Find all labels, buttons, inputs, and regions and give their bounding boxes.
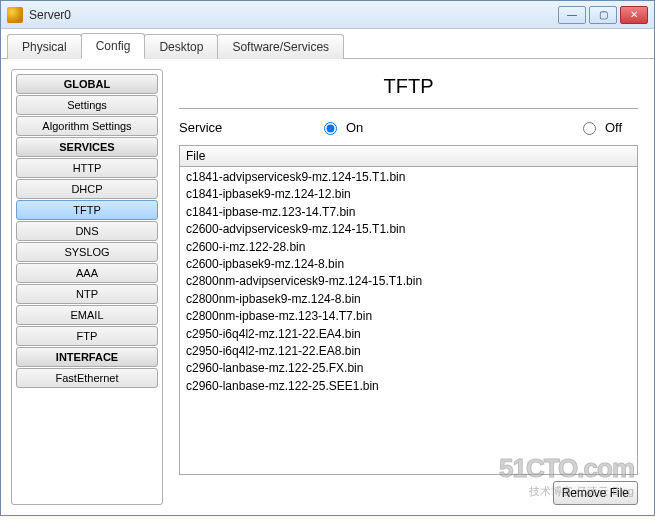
file-row[interactable]: c2600-advipservicesk9-mz.124-15.T1.bin bbox=[186, 221, 631, 238]
main-panel: TFTP Service On Off File c1841-advipserv… bbox=[173, 69, 644, 505]
tab-software-services[interactable]: Software/Services bbox=[217, 34, 344, 59]
sidebar-item-fastethernet[interactable]: FastEthernet bbox=[16, 368, 158, 388]
file-row[interactable]: c2960-lanbase-mz.122-25.SEE1.bin bbox=[186, 378, 631, 395]
file-row[interactable]: c2600-i-mz.122-28.bin bbox=[186, 239, 631, 256]
content-area: GLOBAL Settings Algorithm Settings SERVI… bbox=[1, 59, 654, 515]
sidebar-item-tftp[interactable]: TFTP bbox=[16, 200, 158, 220]
remove-file-button[interactable]: Remove File bbox=[553, 481, 638, 505]
service-label: Service bbox=[179, 120, 319, 135]
sidebar-item-aaa[interactable]: AAA bbox=[16, 263, 158, 283]
file-row[interactable]: c2950-i6q4l2-mz.121-22.EA4.bin bbox=[186, 326, 631, 343]
file-row[interactable]: c2960-lanbase-mz.122-25.FX.bin bbox=[186, 360, 631, 377]
file-row[interactable]: c2800nm-ipbase-mz.123-14.T7.bin bbox=[186, 308, 631, 325]
file-row[interactable]: c2800nm-ipbasek9-mz.124-8.bin bbox=[186, 291, 631, 308]
sidebar-item-settings[interactable]: Settings bbox=[16, 95, 158, 115]
sidebar-item-dhcp[interactable]: DHCP bbox=[16, 179, 158, 199]
file-row[interactable]: c1841-advipservicesk9-mz.124-15.T1.bin bbox=[186, 169, 631, 186]
file-list[interactable]: c1841-advipservicesk9-mz.124-15.T1.binc1… bbox=[180, 167, 637, 474]
minimize-button[interactable]: — bbox=[558, 6, 586, 24]
title-bar[interactable]: Server0 — ▢ ✕ bbox=[1, 1, 654, 29]
file-row[interactable]: c2600-ipbasek9-mz.124-8.bin bbox=[186, 256, 631, 273]
window-buttons: — ▢ ✕ bbox=[558, 6, 648, 24]
tab-physical[interactable]: Physical bbox=[7, 34, 82, 59]
file-row[interactable]: c1841-ipbasek9-mz.124-12.bin bbox=[186, 186, 631, 203]
sidebar-item-algorithm-settings[interactable]: Algorithm Settings bbox=[16, 116, 158, 136]
app-icon bbox=[7, 7, 23, 23]
service-on-option[interactable]: On bbox=[319, 119, 459, 135]
tab-desktop[interactable]: Desktop bbox=[144, 34, 218, 59]
sidebar-header-global: GLOBAL bbox=[16, 74, 158, 94]
service-title: TFTP bbox=[179, 69, 638, 109]
file-row[interactable]: c2800nm-advipservicesk9-mz.124-15.T1.bin bbox=[186, 273, 631, 290]
sidebar-item-http[interactable]: HTTP bbox=[16, 158, 158, 178]
service-off-option[interactable]: Off bbox=[578, 119, 638, 135]
sidebar-item-ftp[interactable]: FTP bbox=[16, 326, 158, 346]
sidebar-header-interface: INTERFACE bbox=[16, 347, 158, 367]
file-row[interactable]: c1841-ipbase-mz.123-14.T7.bin bbox=[186, 204, 631, 221]
app-window: Server0 — ▢ ✕ Physical Config Desktop So… bbox=[0, 0, 655, 516]
service-on-label: On bbox=[346, 120, 363, 135]
sidebar: GLOBAL Settings Algorithm Settings SERVI… bbox=[11, 69, 163, 505]
sidebar-item-dns[interactable]: DNS bbox=[16, 221, 158, 241]
file-box: File c1841-advipservicesk9-mz.124-15.T1.… bbox=[179, 145, 638, 475]
window-title: Server0 bbox=[29, 8, 558, 22]
sidebar-item-email[interactable]: EMAIL bbox=[16, 305, 158, 325]
remove-row: Remove File bbox=[173, 481, 644, 505]
file-header[interactable]: File bbox=[180, 146, 637, 167]
service-off-label: Off bbox=[605, 120, 622, 135]
sidebar-item-syslog[interactable]: SYSLOG bbox=[16, 242, 158, 262]
sidebar-header-services: SERVICES bbox=[16, 137, 158, 157]
service-off-radio[interactable] bbox=[583, 122, 596, 135]
service-on-radio[interactable] bbox=[324, 122, 337, 135]
file-row[interactable]: c2950-i6q4l2-mz.121-22.EA8.bin bbox=[186, 343, 631, 360]
sidebar-item-ntp[interactable]: NTP bbox=[16, 284, 158, 304]
service-row: Service On Off bbox=[173, 119, 644, 145]
maximize-button[interactable]: ▢ bbox=[589, 6, 617, 24]
tab-bar: Physical Config Desktop Software/Service… bbox=[1, 29, 654, 59]
tab-config[interactable]: Config bbox=[81, 33, 146, 59]
close-button[interactable]: ✕ bbox=[620, 6, 648, 24]
